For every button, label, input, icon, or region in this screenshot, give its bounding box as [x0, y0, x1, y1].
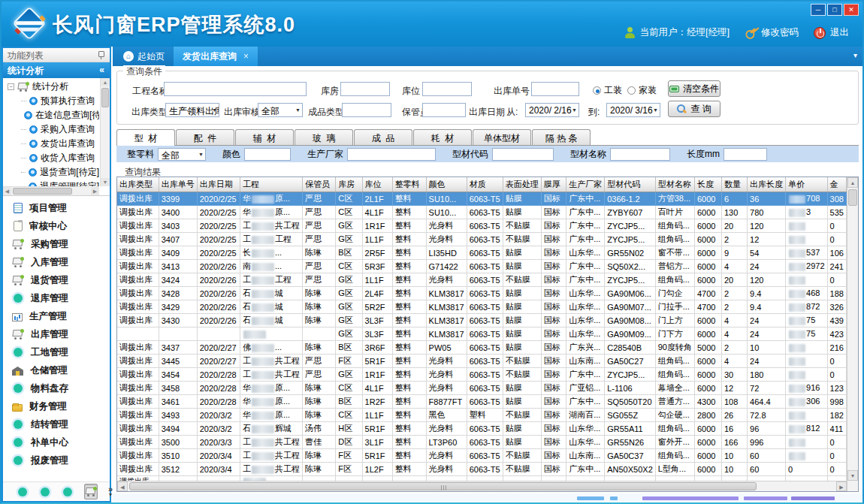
column-header[interactable]: 保管员 [302, 177, 335, 192]
date-to-select[interactable]: 2020/ 3/16▼ [606, 103, 660, 117]
filter-input[interactable] [244, 148, 291, 161]
table-row[interactable]: 调拨出库34032020/2/25工共工程严思G区1R1F整料光身料6063-T… [117, 219, 847, 233]
tree-item[interactable]: 在途信息查询[待 [5, 108, 99, 122]
tree-root[interactable]: − 统计分析 [5, 80, 99, 94]
audit-select[interactable]: 全部▼ [258, 103, 303, 117]
table-row[interactable]: 调拨出库34132020/2/26南...严思C区5R3F整料G71422606… [117, 260, 847, 273]
material-tab-型材[interactable]: 型 材 [116, 129, 175, 146]
tree-item[interactable]: 退货查询[待定] [5, 165, 99, 180]
sidebar-item-物料盘存[interactable]: 物料盘存 [3, 379, 110, 397]
table-row[interactable]: 调拨出库35102020/3/4工共工程陈琳F区5R1F整料光身料6063-T5… [117, 449, 847, 463]
out-type-select[interactable]: 生产领料出库▼ [165, 103, 219, 117]
tree-item[interactable]: 退库管理[待定] [5, 180, 99, 186]
table-row[interactable]: 调拨出库34372020/2/27佛...陈琳B区3R6F整料PW056063-… [117, 341, 847, 355]
sidebar-item-生产管理[interactable]: 生产管理 [3, 307, 110, 325]
warehouse-input[interactable] [340, 82, 390, 96]
column-header[interactable]: 出库长度 [748, 177, 786, 192]
table-row[interactable]: 调拨出库34072020/2/25工工程严思G区1L1F整料光身料6063-T5… [117, 233, 847, 246]
column-header[interactable]: 型材名称 [655, 177, 694, 192]
column-header[interactable]: 工程 [240, 177, 302, 192]
table-row[interactable]: 调拨出库34242020/2/26工工程严思G区1L1F整料光身料6063-T5… [117, 273, 847, 287]
column-header[interactable]: 颜色 [426, 177, 467, 192]
sidebar-item-入库管理[interactable]: 入库管理 [3, 253, 110, 271]
sidebar-item-采购管理[interactable]: 采购管理 [3, 235, 110, 253]
material-tab-耗材[interactable]: 耗 材 [413, 129, 472, 145]
column-header[interactable]: 型材代码 [605, 177, 656, 192]
column-header[interactable]: 单价 [786, 177, 827, 192]
table-row[interactable]: 调拨出库34612020/2/28华原...陈琳B区1R2F整料F8877FT6… [117, 395, 847, 409]
material-tab-辅材[interactable]: 辅 材 [235, 129, 294, 145]
location-input[interactable] [422, 82, 472, 96]
table-row[interactable]: 调拨出库34002020/2/25华原...严思C区4L1F整料SU10...6… [117, 206, 847, 219]
material-tab-单体型材[interactable]: 单体型材 [473, 129, 531, 145]
grid-horizontal-scrollbar[interactable]: ◀ ▶ [117, 481, 847, 491]
radio-gongzhuang[interactable]: 工装 [593, 84, 622, 97]
table-row[interactable]: 调拨出库34092020/2/25长...陈琳B区2R5F整料LI35HD606… [117, 246, 847, 260]
collapse-icon[interactable]: « [99, 65, 104, 75]
clear-conditions-button[interactable]: 清空条件 [668, 80, 721, 97]
close-button[interactable]: ✕ [844, 4, 859, 16]
tab-close-icon[interactable]: × [243, 51, 249, 62]
material-tab-成品[interactable]: 成 品 [354, 129, 412, 145]
tree-item[interactable]: 预算执行查询 [5, 94, 99, 108]
table-row[interactable]: 调拨出库34582020/2/28华原...陈琳C区4L1F整料光身料6063-… [117, 382, 847, 395]
column-header[interactable]: 表面处理 [503, 177, 541, 192]
sidebar-item-退库管理[interactable]: 退库管理 [3, 289, 110, 307]
pin-icon[interactable] [98, 51, 104, 59]
table-row[interactable]: 调拨出库35002020/3/3工共工程曹佳D区3L1F整料LT3P606063… [117, 436, 847, 449]
change-password-button[interactable]: 修改密码 [745, 26, 799, 39]
column-header[interactable]: 生产厂家 [566, 177, 605, 192]
grid-vertical-scrollbar[interactable]: ▲▼ [847, 177, 858, 491]
tree-vertical-scrollbar[interactable]: ▲▼ [100, 78, 110, 186]
sidebar-item-出库管理[interactable]: 出库管理 [3, 325, 110, 343]
order-no-input[interactable] [531, 82, 579, 96]
column-header[interactable]: 数量 [721, 177, 747, 192]
column-header[interactable]: 金 [827, 177, 846, 192]
sidebar-item-仓储管理[interactable]: 仓储管理 [3, 361, 110, 379]
filter-input[interactable] [610, 148, 670, 161]
sidebar-item-报废管理[interactable]: 报废管理 [3, 451, 110, 469]
table-row[interactable]: 调拨出库33992020/2/25华原...严思C区2L1F整料SU10...6… [117, 192, 847, 206]
material-tab-配件[interactable]: 配 件 [176, 129, 234, 145]
module-dot-icon[interactable] [63, 487, 72, 496]
sidebar-item-财务管理[interactable]: 财务管理 [3, 397, 110, 415]
column-header[interactable]: 出库单号 [159, 177, 197, 192]
sidebar-item-项目管理[interactable]: 项目管理 [3, 199, 110, 217]
sidebar-item-结转管理[interactable]: 结转管理 [3, 415, 110, 433]
filter-input[interactable] [724, 148, 767, 161]
tree-expander-icon[interactable]: − [8, 83, 14, 90]
column-header[interactable]: 库位 [362, 177, 392, 192]
table-row[interactable]: 调拨出库34542020/2/28工共工程严思G区1R1F整料光身料6063-T… [117, 368, 847, 382]
filter-input[interactable] [492, 148, 554, 161]
column-header[interactable]: 长度 [695, 177, 722, 192]
column-header[interactable]: 出库日期 [197, 177, 240, 192]
column-header[interactable]: 出库类型 [117, 177, 159, 192]
tree-item[interactable]: 收货入库查询 [5, 151, 99, 165]
radio-jiazhuang[interactable]: 家装 [627, 84, 657, 97]
date-from-select[interactable]: 2020/ 2/16▼ [525, 103, 579, 117]
table-row[interactable]: 调拨出库34282020/2/26石城陈琳G区2L4F整料KLM38176063… [117, 287, 847, 300]
table-row[interactable]: G区3L3F整料KLM38176063-T5贴膜国标山东华...GA90M09.… [117, 327, 847, 341]
table-row[interactable]: 调拨出库35122020/3/4工共工程陈琳F区1L2F整料光身料6063-T5… [117, 463, 847, 476]
table-row[interactable]: 调拨出库34932020/3/2华原...陈琳C区1L1F整料黑色塑料不贴膜国标… [117, 409, 847, 422]
module-dot-icon[interactable] [41, 487, 50, 496]
column-header[interactable]: 整零料 [392, 177, 426, 192]
project-name-input[interactable] [164, 82, 307, 96]
sidebar-item-审核中心[interactable]: 审核中心 [3, 217, 110, 235]
maximize-button[interactable]: □ [827, 4, 842, 16]
sidebar-item-退货管理[interactable]: 退货管理 [3, 271, 110, 289]
tab-shipment-outbound-query[interactable]: 发货出库查询 × [174, 47, 258, 66]
tabbar-dropdown-icon[interactable]: ▾ [853, 51, 857, 59]
logout-button[interactable]: 退出 [814, 26, 849, 39]
product-type-input[interactable] [342, 103, 391, 117]
sidebar-item-工地管理[interactable]: 工地管理 [3, 343, 110, 361]
tree-horizontal-scrollbar[interactable]: ◀▶ [3, 186, 99, 195]
table-row[interactable]: 调拨出库34292020/2/26石城陈琳G区5R2F整料KLM38176063… [117, 300, 847, 314]
filter-input[interactable] [347, 148, 436, 161]
table-row[interactable]: 调拨出库34452020/2/27工共工程严思F区5R1F整料光身料6063-T… [117, 355, 847, 368]
column-header[interactable]: 材质 [467, 177, 503, 192]
tree-item[interactable]: 采购入库查询 [5, 122, 99, 137]
table-row[interactable]: 调拨出库34942020/3/2石辉城汤伟H区5R1F整料光身料6063-T5贴… [117, 422, 847, 436]
material-tab-玻璃[interactable]: 玻 璃 [295, 129, 353, 145]
sidebar-item-补单中心[interactable]: 补单中心 [3, 433, 110, 451]
